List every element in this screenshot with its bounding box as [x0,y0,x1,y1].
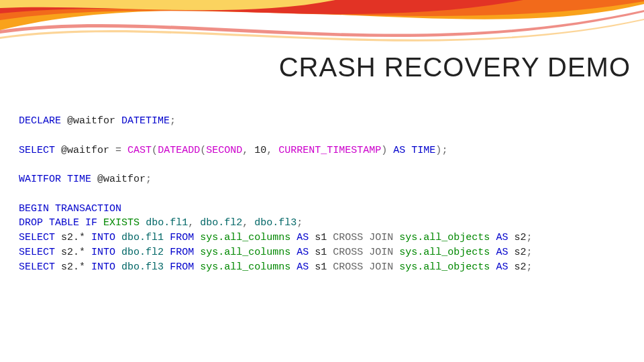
kw-begin: BEGIN [19,203,49,215]
kw-waitfor: WAITFOR [19,174,61,185]
alias-s1: s1 [315,232,327,243]
kw-as: AS [393,145,405,156]
kw-as: AS [496,261,508,273]
fn-current-ts: CURRENT_TIMESTAMP [278,145,381,156]
kw-if: IF [85,217,97,229]
var-waitfor: @waitfor [67,115,115,127]
semi: ; [146,174,152,185]
kw-from: FROM [170,247,194,258]
kw-exists: EXISTS [103,217,140,229]
obj-fl1: dbo.fl1 [146,217,188,229]
obj-fl2: dbo.fl2 [200,217,242,229]
alias-s1: s1 [315,261,327,273]
alias-s2: s2 [514,232,526,243]
kw-as: AS [297,261,309,273]
obj-all-objects: sys.all_objects [399,247,490,258]
fn-second: SECOND [206,145,242,156]
kw-cross: CROSS [333,261,363,273]
kw-join: JOIN [369,232,393,243]
dt-time: TIME [67,174,91,185]
kw-cross: CROSS [333,247,363,258]
comma: , [266,145,272,156]
lp: ( [152,145,158,156]
star: s2.* [61,232,85,243]
comma: , [242,217,248,229]
kw-join: JOIN [369,247,393,258]
semi: ; [526,232,532,243]
obj-all-objects: sys.all_objects [399,261,490,273]
semi: ; [526,247,532,258]
kw-into: INTO [91,247,115,258]
kw-as: AS [297,247,309,258]
alias-s1: s1 [315,247,327,258]
obj-fl3: dbo.fl3 [254,217,297,229]
obj-all-objects: sys.all_objects [399,232,490,243]
fn-dateadd: DATEADD [158,145,200,156]
comma: , [242,145,248,156]
obj-all-columns: sys.all_columns [200,232,290,243]
kw-transaction: TRANSACTION [55,203,121,215]
slide-title: CRASH RECOVERY DEMO [0,52,631,82]
kw-declare: DECLARE [19,115,61,127]
kw-as: AS [496,232,508,243]
star: s2.* [61,261,85,273]
kw-select: SELECT [19,247,55,258]
kw-table: TABLE [49,217,79,229]
kw-from: FROM [170,261,194,273]
semi: ; [170,115,176,127]
obj-fl2: dbo.fl2 [121,247,164,258]
kw-select: SELECT [19,145,55,156]
obj-fl1: dbo.fl1 [121,232,164,243]
lp: ( [200,145,206,156]
star: s2.* [61,247,85,258]
num-ten: 10 [254,145,266,156]
kw-into: INTO [91,232,115,243]
kw-from: FROM [170,232,194,243]
fn-cast: CAST [127,145,152,156]
obj-all-columns: sys.all_columns [200,247,290,258]
kw-select: SELECT [19,232,55,243]
semi: ; [526,261,532,273]
obj-fl3: dbo.fl3 [121,261,164,273]
alias-s2: s2 [514,247,526,258]
eq: = [115,145,121,156]
kw-join: JOIN [369,261,393,273]
sql-code-block: DECLARE @waitfor DATETIME; SELECT @waitf… [19,114,631,274]
var-waitfor: @waitfor [61,145,109,156]
kw-into: INTO [91,261,115,273]
kw-select: SELECT [19,261,55,273]
obj-all-columns: sys.all_columns [200,261,290,273]
kw-as: AS [297,232,309,243]
semi: ; [441,145,447,156]
kw-drop: DROP [19,217,43,229]
semi: ; [297,217,303,229]
rp: ) [381,145,387,156]
kw-cross: CROSS [333,232,363,243]
kw-as: AS [496,247,508,258]
comma: , [188,217,194,229]
dt-datetime: DATETIME [121,115,170,127]
dt-time: TIME [411,145,435,156]
var-waitfor: @waitfor [97,174,146,185]
alias-s2: s2 [514,261,526,273]
